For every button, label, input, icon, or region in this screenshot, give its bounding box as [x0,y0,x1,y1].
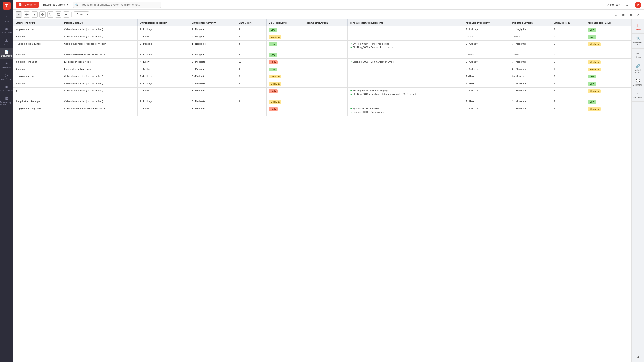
panel-item-files[interactable]: 📎 Associated Files [632,34,644,48]
table-container[interactable]: Effects of Failure Potential Hazard Unmi… [13,19,631,362]
cell-risk-level: Medium [266,80,303,87]
cell-control-action[interactable] [303,87,348,98]
cell-unmitig-prob: 4 - Likely [138,59,190,66]
toolbar-plus-btn[interactable]: + [63,11,69,17]
toolbar-right: ⊘ ▣ ⊟ ↗ [613,11,641,17]
search-input[interactable] [73,1,161,8]
cell-mit-rpn: 6 [551,66,586,73]
cell-rpn: 8 [236,33,266,41]
cell-hazard: Cable disconnected (but not broken) [62,87,137,98]
table-row: h motion - jerking of Electrical or opti… [13,59,631,66]
approvals-label: Approvals [633,96,642,99]
cell-mit-risk [586,51,631,59]
panel-item-details[interactable]: ℹ Details [632,21,644,34]
req-text: SysReq_0080 - Power supply [353,111,384,113]
left-sidebar: ⌂ Home ▦ Dashboards ◉ Views 📄 Documents … [0,0,13,362]
layout-btn[interactable]: ⊟ [628,11,634,17]
refresh-label: Refresh [610,3,620,6]
panel-collapse-btn[interactable]: ◀ [632,354,644,360]
sidebar-item-reviews-label: Reviews [2,66,11,69]
risk-badge: Medium [269,35,282,39]
toolbar-link-btn[interactable]: ⛓ [55,11,61,17]
content-area: Effects of Failure Potential Hazard Unmi… [13,19,644,362]
tutorial-doc-icon: 📄 [18,3,22,6]
risks-select[interactable]: Risks [74,11,89,17]
table-header-row: Effects of Failure Potential Hazard Unmi… [13,19,631,26]
cell-control-action[interactable] [303,98,348,105]
cell-mit-rpn: 0 [551,51,586,59]
sidebar-item-tests[interactable]: ▷ Tests & Runs [0,71,13,82]
panel-item-approvals[interactable]: ✓ Approvals [632,89,644,101]
approvals-icon: ✓ [636,91,639,96]
cell-unmitig-sev: 1 - Negligible [190,41,236,51]
cell-mit-prob: 2 - Unlikely [464,59,510,66]
baseline-dropdown-arrow: ▼ [66,3,69,6]
documents-icon: 📄 [4,50,9,54]
risk-badge: High [269,107,278,111]
table-row: ←up (no motion) Cable disconnected (but … [13,26,631,33]
risk-badge: High [269,89,278,93]
sidebar-item-home[interactable]: ⌂ Home [0,13,13,24]
sidebar-item-data-models[interactable]: ▣ Data Models [0,82,13,94]
sidebar-item-dashboards[interactable]: ▦ Dashboards [0,24,13,36]
cell-control-action[interactable] [303,33,348,41]
cell-mit-risk: Low [586,98,631,105]
files-label: Associated Files [632,41,643,46]
cell-control-action[interactable] [303,51,348,59]
risk-badge: High [269,60,278,64]
cell-unmitig-sev: 3 - Moderate [190,105,236,116]
view-btn[interactable]: ▣ [620,11,626,17]
filter-btn[interactable]: ⊘ [613,11,619,17]
col-unmitig-risk: Un... Risk Level [266,19,303,26]
cell-hazard: Cable cut/severed or broken connector [62,51,137,59]
cell-control-action[interactable] [303,59,348,66]
sidebar-item-views[interactable]: ◉ Views [0,36,13,48]
panel-item-linked[interactable]: 🔗 Linked Items [632,61,644,76]
cell-mit-prob: - Select - [464,33,510,41]
cell-control-action[interactable] [303,105,348,116]
sidebar-item-traceability[interactable]: ⊞ Traceability Matrix [0,94,13,108]
views-icon: ◉ [5,38,8,42]
cell-control-action[interactable] [303,26,348,33]
share-btn[interactable]: ↗ [635,11,641,17]
toolbar: ≡ ➕ ⊕ ✥ ↻ ⛓ + Risks ⊘ ▣ ⊟ ↗ [13,10,644,19]
cell-unmitig-sev: 2 - Marginal [190,33,236,41]
linked-item: ➜SWReq_0010 - Preference setting [350,42,461,45]
app-logo[interactable] [3,2,10,10]
tutorial-button[interactable]: 📄 Tutorial ▼ [16,2,39,8]
cell-mit-risk: Medium [586,66,631,73]
main-area: 📄 Tutorial ▼ Baseline: Current ▼ 🔍 ↻ Ref… [13,0,644,362]
cell-mit-sev: 3 - Moderate [510,80,551,87]
cell-control-action[interactable] [303,66,348,73]
cell-rpn: 12 [236,59,266,66]
toolbar-add-btn[interactable]: ➕ [24,11,30,17]
baseline-selector[interactable]: Baseline: Current ▼ [42,2,70,7]
cell-control-action[interactable] [303,41,348,51]
toolbar-move-btn[interactable]: ✥ [40,11,46,17]
user-avatar[interactable]: A [635,1,641,8]
cell-safety-reqs: ➜SWReq_0020 - Software logging➜ElecReq_0… [348,87,464,98]
panel-item-history[interactable]: ↩ History [632,48,644,61]
mit-risk-badge: Medium [588,68,601,71]
col-mitig-sev: Mitigated Severity [510,19,551,26]
files-icon: 📎 [636,36,640,40]
cell-safety-reqs: ➜SWReq_0010 - Preference setting➜ElecReq… [348,41,464,51]
cell-mit-risk: Medium [586,87,631,98]
refresh-button[interactable]: ↻ Refresh [604,2,622,7]
cell-mit-risk: Low [586,26,631,33]
toolbar-list-btn[interactable]: ≡ [16,11,22,17]
sidebar-item-documents[interactable]: 📄 Documents [0,48,13,59]
search-bar: 🔍 [73,1,161,8]
panel-item-comments[interactable]: 💬 Comments [632,76,644,89]
sidebar-item-reviews[interactable]: ★ Reviews [0,59,13,71]
cell-mit-sev: 3 - Moderate [510,66,551,73]
table-row: d application of energy Cable disconnect… [13,98,631,105]
table-row: d motion Cable cut/severed or broken con… [13,51,631,59]
toolbar-refresh-btn[interactable]: ↻ [47,11,54,17]
table-row: ←up (no motion) (Case Cable cut/severed … [13,105,631,116]
toolbar-add2-btn[interactable]: ⊕ [32,11,38,17]
cell-unmitig-prob: 2 - Unlikely [138,66,190,73]
cell-control-action[interactable] [303,80,348,87]
cell-control-action[interactable] [303,73,348,80]
settings-button[interactable]: ⚙ [624,2,629,8]
